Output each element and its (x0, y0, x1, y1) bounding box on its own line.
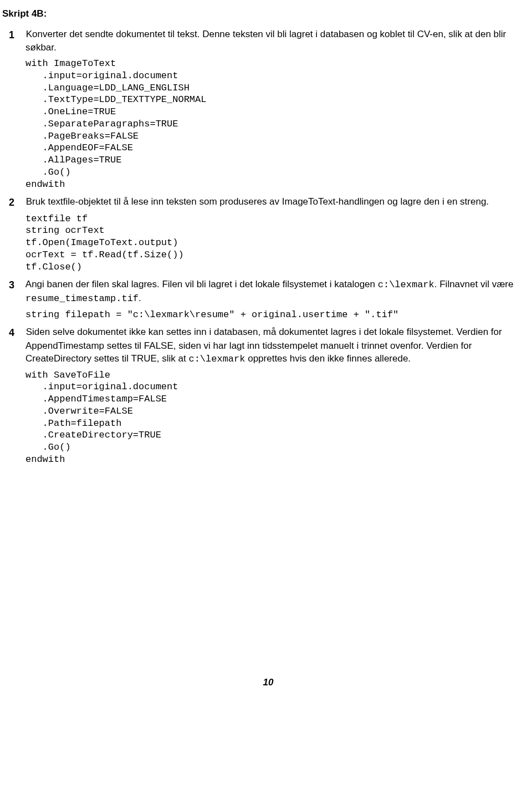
step-2: 2 Bruk textfile-objektet til å lese inn … (25, 196, 532, 209)
step-number: 3 (9, 278, 23, 292)
step-4: 4 Siden selve dokumentet ikke kan settes… (25, 326, 532, 365)
code-block-3: string filepath = "c:\lexmark\resume" + … (25, 309, 532, 321)
text-part: Angi banen der filen skal lagres. Filen … (25, 279, 378, 289)
step-text: Angi banen der filen skal lagres. Filen … (25, 279, 514, 303)
step-number: 2 (9, 196, 23, 209)
text-part: . Filnavnet vil være (434, 279, 514, 289)
script-title: Skript 4B: (2, 8, 532, 21)
inline-code: resume_timestamp.tif (25, 293, 139, 304)
step-3: 3 Angi banen der filen skal lagres. File… (25, 278, 532, 305)
code-block-4: with SaveToFile .input=original.document… (25, 369, 532, 466)
step-text: Konverter det sendte dokumentet til teks… (25, 29, 506, 53)
document-page: Skript 4B: 1 Konverter det sendte dokume… (2, 0, 532, 689)
inline-code: c:\lexmark (378, 279, 434, 290)
step-text: Bruk textfile-objektet til å lese inn te… (26, 196, 489, 207)
text-part: . (139, 293, 141, 303)
step-1: 1 Konverter det sendte dokumentet til te… (25, 28, 532, 54)
code-block-1: with ImageToText .input=original.documen… (25, 58, 532, 190)
step-text: Siden selve dokumentet ikke kan settes i… (25, 327, 502, 363)
step-number: 1 (9, 28, 23, 42)
code-block-2: textfile tf string ocrText tf.Open(Image… (25, 213, 532, 273)
text-part: opprettes hvis den ikke finnes allerede. (245, 353, 411, 364)
page-number: 10 (2, 676, 532, 689)
inline-code: c:\lexmark (188, 354, 245, 364)
step-number: 4 (9, 326, 23, 339)
